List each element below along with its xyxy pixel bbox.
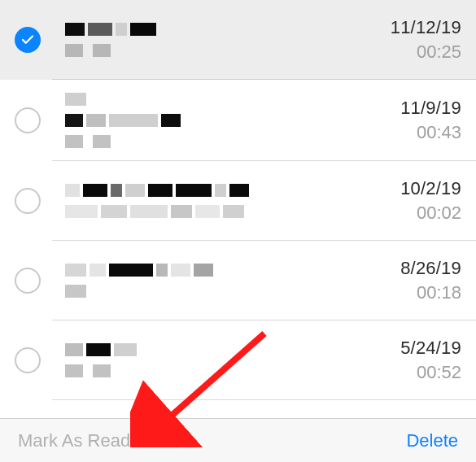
item-duration: 00:25 xyxy=(347,41,461,63)
item-content-redacted xyxy=(50,23,347,57)
list-item[interactable]: 8/26/19 00:18 xyxy=(0,241,476,320)
selection-checkbox[interactable] xyxy=(15,268,41,294)
item-date: 11/9/19 xyxy=(347,98,461,119)
item-duration: 00:02 xyxy=(347,203,461,224)
bottom-toolbar: Mark As Read Delete xyxy=(0,418,476,462)
item-meta: 11/12/19 00:25 xyxy=(347,17,461,63)
item-duration: 00:43 xyxy=(347,122,461,143)
selection-checkbox[interactable] xyxy=(15,347,41,373)
item-date: 11/12/19 xyxy=(347,17,461,38)
mark-as-read-button[interactable]: Mark As Read xyxy=(18,430,130,451)
item-meta: 11/9/19 00:43 xyxy=(347,98,461,143)
item-meta: 10/2/19 00:02 xyxy=(347,178,461,224)
item-date: 10/2/19 xyxy=(347,178,461,199)
voicemail-list: 11/12/19 00:25 11/9/19 00:43 xyxy=(0,0,476,400)
item-content-redacted xyxy=(50,184,347,218)
item-date: 8/26/19 xyxy=(347,258,461,279)
delete-button[interactable]: Delete xyxy=(406,430,458,451)
item-content-redacted xyxy=(50,343,347,377)
item-date: 5/24/19 xyxy=(347,338,461,359)
selection-checkbox-checked[interactable] xyxy=(15,27,41,53)
checkmark-icon xyxy=(20,33,35,47)
list-item[interactable]: 11/9/19 00:43 xyxy=(0,80,476,161)
item-content-redacted xyxy=(50,264,347,298)
item-duration: 00:18 xyxy=(347,282,461,303)
selection-checkbox[interactable] xyxy=(15,107,41,133)
item-duration: 00:52 xyxy=(347,362,461,383)
selection-checkbox[interactable] xyxy=(15,188,41,214)
list-item[interactable]: 5/24/19 00:52 xyxy=(0,320,476,400)
item-meta: 8/26/19 00:18 xyxy=(347,258,461,303)
item-content-redacted xyxy=(50,93,347,148)
list-item[interactable]: 10/2/19 00:02 xyxy=(0,161,476,241)
item-meta: 5/24/19 00:52 xyxy=(347,338,461,383)
list-item[interactable]: 11/12/19 00:25 xyxy=(0,0,476,80)
